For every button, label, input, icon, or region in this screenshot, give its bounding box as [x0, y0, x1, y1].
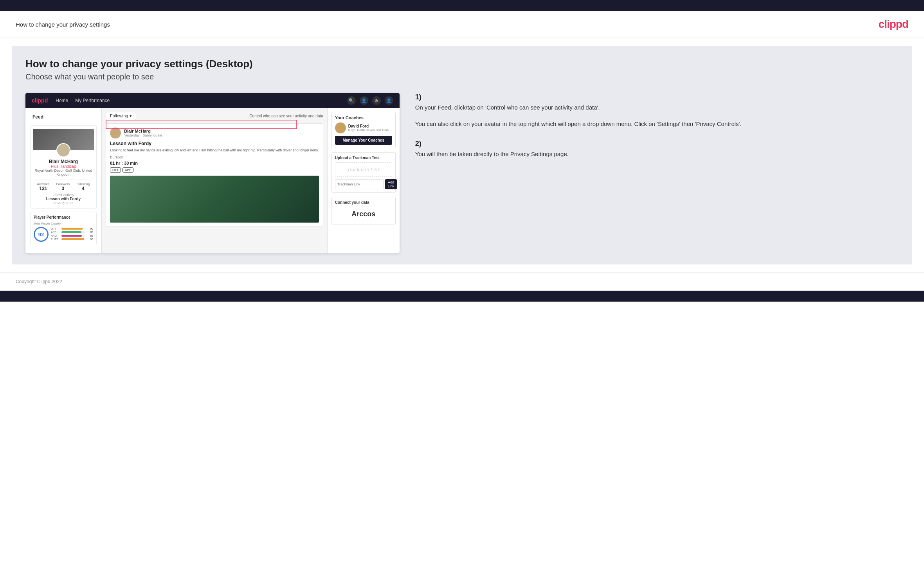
perf-title: Player Performance [34, 215, 93, 219]
add-link-button[interactable]: Add Link [385, 179, 397, 189]
coaches-title: Your Coaches [335, 115, 392, 120]
coach-club: Royal North Devon Golf Club [348, 128, 389, 132]
feed-lesson-desc: Looking to feel like my hands are exitin… [110, 148, 319, 153]
coach-avatar [335, 122, 346, 133]
quality-label: Total Player Quality [34, 222, 93, 225]
bar-track [61, 235, 85, 237]
activities-label: Activities [37, 182, 50, 186]
following-button[interactable]: Following ▾ [106, 112, 136, 120]
bar-fill [61, 235, 82, 237]
step1-extra: You can also click on your avatar in the… [415, 119, 899, 129]
trackman-placeholder: Trackman Link [335, 162, 392, 177]
feed-tab[interactable]: Feed [30, 113, 97, 121]
connect-title: Connect your data [335, 200, 392, 205]
bar-value: 86 [86, 234, 93, 237]
feed-avatar [110, 128, 121, 138]
manage-coaches-button[interactable]: Manage Your Coaches [335, 136, 392, 145]
trackman-input[interactable] [335, 179, 384, 189]
quality-bars: OTT 90 APP 85 ARG 86 PUTT 96 [51, 227, 93, 241]
app-nav: clippd Home My Performance 🔍 👤 ⊕ 👤 [25, 93, 400, 108]
feed-duration-label: Duration [110, 155, 319, 159]
profile-handicap: Plus Handicap [34, 164, 93, 169]
latest-activity-name: Lesson with Fordy [34, 197, 93, 201]
instruction-1: 1) On your Feed, click/tap on 'Control w… [415, 93, 899, 129]
page-title: How to change your privacy settings (Des… [25, 58, 899, 70]
bar-label: ARG [51, 234, 60, 237]
feed-image-overlay [110, 176, 319, 223]
feed-location: Yesterday · Sunningdale [124, 133, 162, 137]
app-screenshot: clippd Home My Performance 🔍 👤 ⊕ 👤 [25, 93, 400, 253]
app-screenshot-wrapper: clippd Home My Performance 🔍 👤 ⊕ 👤 [25, 93, 400, 253]
profile-club: Royal North Devon Golf Club, United King… [34, 169, 93, 176]
top-bar [0, 0, 924, 11]
quality-score: 92 [34, 227, 49, 242]
user-icon[interactable]: 👤 [360, 96, 368, 105]
player-performance: Player Performance Total Player Quality … [30, 212, 97, 245]
bottom-bar [0, 291, 924, 302]
instruction-2: 2) You will then be taken directly to th… [415, 140, 899, 159]
feed-duration-value: 01 hr : 30 min [110, 161, 319, 165]
instructions: 1) On your Feed, click/tap on 'Control w… [411, 93, 899, 170]
app-nav-links: Home My Performance [56, 98, 339, 103]
profile-card: Blair McHarg Plus Handicap Royal North D… [30, 125, 97, 209]
step1-number: 1) [415, 93, 899, 101]
bar-row-putt: PUTT 96 [51, 238, 93, 241]
following-label: Following [76, 182, 90, 186]
coach-name: David Ford [348, 124, 389, 128]
feed-card: Blair McHarg Yesterday · Sunningdale Les… [106, 123, 323, 227]
step2-number: 2) [415, 140, 899, 148]
connect-section: Connect your data Arccos [331, 197, 396, 225]
bar-fill [61, 228, 83, 230]
bar-fill [61, 231, 81, 233]
bar-track [61, 231, 85, 233]
nav-link-performance[interactable]: My Performance [75, 98, 110, 103]
bar-track [61, 228, 85, 230]
compass-icon[interactable]: ⊕ [372, 96, 381, 105]
search-icon[interactable]: 🔍 [347, 96, 356, 105]
page-subtitle: Choose what you want people to see [25, 72, 899, 81]
app-body: Feed Blair McHarg Plus Handicap Royal No… [25, 108, 400, 253]
feed-user-info: Blair McHarg Yesterday · Sunningdale [124, 129, 162, 137]
following-value: 4 [76, 186, 90, 191]
bar-row-app: APP 85 [51, 231, 93, 234]
latest-label: Latest Activity [52, 193, 74, 197]
stat-activities: Activities 131 [37, 182, 50, 191]
control-link[interactable]: Control who can see your activity and da… [249, 114, 323, 118]
stat-followers: Followers 3 [56, 182, 70, 191]
feed-user: Blair McHarg Yesterday · Sunningdale [110, 128, 319, 138]
profile-avatar [56, 143, 70, 157]
app-sidebar: Feed Blair McHarg Plus Handicap Royal No… [25, 108, 102, 253]
feed-lesson-title: Lesson with Fordy [110, 141, 319, 146]
bar-track [61, 238, 85, 240]
content-area: clippd Home My Performance 🔍 👤 ⊕ 👤 [25, 93, 899, 253]
bar-value: 85 [86, 231, 93, 234]
bar-row-arg: ARG 86 [51, 234, 93, 237]
activities-value: 131 [37, 186, 50, 191]
bar-fill [61, 238, 84, 240]
app-right-panel: Your Coaches David Ford Royal North Devo… [327, 108, 400, 253]
main-content: How to change your privacy settings (Des… [12, 46, 912, 264]
step1-text: On your Feed, click/tap on 'Control who … [415, 103, 899, 112]
bar-value: 96 [86, 238, 93, 241]
bar-value: 90 [86, 227, 93, 230]
bar-label: OTT [51, 227, 60, 230]
clippd-logo: clippd [879, 18, 908, 31]
avatar-icon[interactable]: 👤 [385, 96, 393, 105]
bar-label: PUTT [51, 238, 60, 241]
arccos-logo: Arccos [335, 207, 392, 221]
step2-text: You will then be taken directly to the P… [415, 149, 899, 159]
followers-label: Followers [56, 182, 70, 186]
feed-tags: OTT APP [110, 167, 319, 173]
profile-name: Blair McHarg [34, 159, 93, 164]
coaches-section: Your Coaches David Ford Royal North Devo… [331, 112, 396, 148]
tag-ott: OTT [110, 167, 121, 173]
app-feed: Following ▾ Control who can see your act… [102, 108, 327, 253]
coach-info: David Ford Royal North Devon Golf Club [348, 124, 389, 132]
nav-link-home[interactable]: Home [56, 98, 68, 103]
latest-activity: Latest Activity Lesson with Fordy 03 Aug… [34, 193, 93, 205]
breadcrumb: How to change your privacy settings [16, 21, 110, 28]
feed-username: Blair McHarg [124, 129, 162, 133]
bar-label: APP [51, 231, 60, 234]
quality-row: 92 OTT 90 APP 85 ARG 86 [34, 227, 93, 242]
coach-item: David Ford Royal North Devon Golf Club [335, 122, 392, 133]
